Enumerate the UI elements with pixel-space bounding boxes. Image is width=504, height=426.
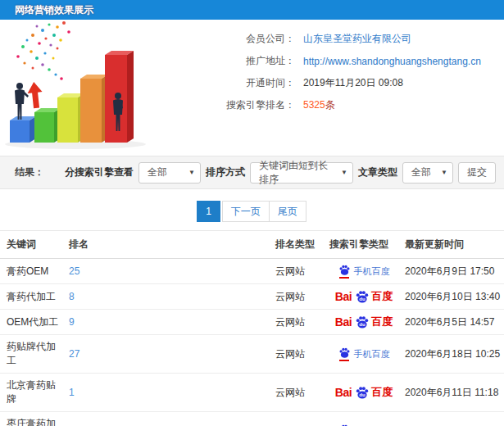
baidu-logo: Baidu百度 [329,289,398,304]
businessman-left [15,83,29,120]
engine-cell: 手机百度 [326,259,402,284]
baidu-cn-text: 百度 [371,315,393,329]
sort-label: 排序方式 [206,165,245,179]
rank-type-cell: 云网站 [272,259,326,284]
keyword-cell: 北京膏药贴牌 [0,374,66,412]
updated-cell: 2020年6月18日 10:25 [402,335,504,374]
promo-url-link[interactable]: http://www.shandonghuangshengtang.cn [303,56,481,67]
info-row-opened: 开通时间： 2019年11月20日 09:08 [157,72,504,94]
rank-cell: 9 [66,310,272,335]
table-row: 膏药OEM25云网站手机百度2020年6月9日 17:50 [0,259,504,284]
keyword-cell: 枣庄膏药加工 [0,412,66,426]
mobile-baidu-label: 手机百度 [354,265,390,278]
up-arrow-graphic [26,81,43,109]
rank-link[interactable]: 8 [69,291,75,302]
keyword-cell: 药贴牌代加工 [0,335,66,374]
header-rank-type: 排名类型 [272,231,326,259]
rank-count-suffix: 条 [325,99,335,111]
table-row: 枣庄膏药加工1,4,6云网站手机百度2020年6月18日 10:19 [0,412,504,426]
sort-value: 关键词由短到长排序 [259,159,333,187]
info-section: 会员公司： 山东皇圣堂药业有限公司 推广地址： http://www.shand… [0,20,504,156]
table-header-row: 关键词 排名 排名类型 搜索引擎类型 最新更新时间 [0,231,504,259]
mobile-baidu-logo: 手机百度 [329,347,398,361]
info-row-url: 推广地址： http://www.shandonghuangshengtang.… [157,50,504,72]
baidu-cn-text: 百度 [371,385,393,400]
next-page-button[interactable]: 下一页 [222,201,270,222]
rank-cell: 1,4,6 [66,412,272,426]
rank-link[interactable]: 9 [69,316,75,328]
rank-link[interactable]: 25 [69,265,79,277]
svg-text:du: du [359,392,366,397]
confetti-dots [16,21,70,80]
url-label: 推广地址： [157,54,295,68]
baidu-bai-text: Bai [335,315,352,329]
baidu-logo: Baidu百度 [329,315,398,329]
filter-bar: 结果： 分搜索引擎查看 全部 ▼ 排序方式 关键词由短到长排序 ▼ 文章类型 全… [0,156,504,189]
rank-type-cell: 云网站 [272,335,326,374]
engine-filter-value: 全部 [148,165,167,179]
baidu-logo: Baidu百度 [329,385,398,400]
svg-text:du: du [359,322,366,327]
company-link[interactable]: 山东皇圣堂药业有限公司 [303,32,411,46]
engine-filter-select[interactable]: 全部 ▼ [138,162,201,184]
baidu-paw-icon: du [355,385,370,400]
rank-type-cell: 云网站 [272,310,326,335]
keyword-cell: OEM代加工 [0,310,66,335]
mobile-baidu-label: 手机百度 [354,348,390,360]
page-1-button[interactable]: 1 [197,201,220,222]
submit-button[interactable]: 提交 [458,162,496,184]
rank-type-cell: 云网站 [272,374,326,412]
article-type-select[interactable]: 全部 ▼ [402,162,453,184]
baidu-bai-text: Bai [335,386,352,399]
engine-cell: Baidu百度 [326,284,402,310]
table-row: 药贴牌代加工27云网站手机百度2020年6月18日 10:25 [0,335,504,374]
info-row-company: 会员公司： 山东皇圣堂药业有限公司 [157,28,504,50]
rank-count-label: 搜索引擎排名： [157,98,295,112]
baidu-paw-icon: du [355,289,370,304]
updated-cell: 2020年6月18日 10:19 [402,412,504,426]
baidu-paw-icon [338,347,351,359]
header-updated: 最新更新时间 [402,231,504,259]
header-bar: 网络营销效果展示 [0,0,504,20]
engine-cell: 手机百度 [326,335,402,374]
updated-cell: 2020年6月9日 17:50 [402,259,504,284]
updated-cell: 2020年6月11日 11:18 [402,374,504,412]
open-time-label: 开通时间： [157,76,295,90]
rank-cell: 27 [66,335,272,374]
keyword-cell: 膏药代加工 [0,284,66,310]
info-row-rankcount: 搜索引擎排名： 5325条 [157,94,504,116]
rank-cell: 8 [66,284,272,310]
open-time-value: 2019年11月20日 09:08 [303,76,403,90]
company-label: 会员公司： [157,32,295,46]
rank-cell: 25 [66,259,272,284]
header-engine-type: 搜索引擎类型 [326,231,402,259]
header-keyword: 关键词 [0,231,66,259]
baidu-paw-icon [338,264,351,276]
engine-filter-label: 分搜索引擎查看 [65,165,134,179]
baidu-underline [339,360,349,361]
svg-text:du: du [359,297,366,301]
sort-select[interactable]: 关键词由短到长排序 ▼ [250,162,353,184]
rank-type-cell: 云网站 [272,284,326,310]
mobile-baidu-logo: 手机百度 [329,264,398,279]
engine-cell: 手机百度 [326,412,402,426]
chevron-down-icon: ▼ [333,169,347,176]
last-page-button[interactable]: 尾页 [269,201,306,222]
chevron-down-icon: ▼ [180,169,195,176]
rank-link[interactable]: 27 [69,348,79,360]
baidu-underline [339,277,349,279]
pagination: 1 下一页 尾页 [0,201,504,222]
table-row: 北京膏药贴牌1云网站Baidu百度2020年6月11日 11:18 [0,374,504,412]
rank-count-value: 5325条 [303,98,335,112]
rank-type-cell: 云网站 [272,412,326,426]
table-row: OEM代加工9云网站Baidu百度2020年6月5日 14:57 [0,310,504,335]
keyword-rank-table: 关键词 排名 排名类型 搜索引擎类型 最新更新时间 膏药OEM25云网站手机百度… [0,230,504,426]
result-label: 结果： [15,165,44,179]
rank-link[interactable]: 1 [69,387,75,398]
company-info: 会员公司： 山东皇圣堂药业有限公司 推广地址： http://www.shand… [157,20,504,156]
updated-cell: 2020年6月10日 13:40 [402,284,504,310]
chevron-down-icon: ▼ [433,169,447,176]
engine-cell: Baidu百度 [326,310,402,335]
growth-chart-graphic [0,20,157,152]
baidu-cn-text: 百度 [371,289,393,304]
